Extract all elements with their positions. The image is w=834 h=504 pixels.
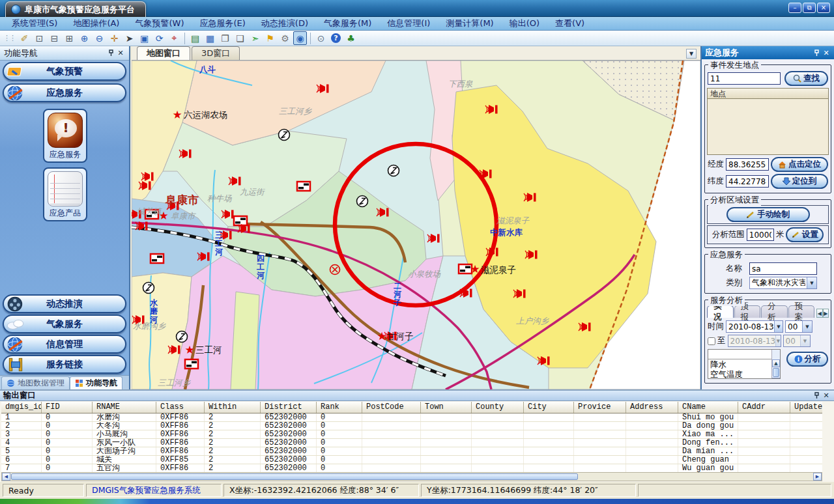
column-header-County[interactable]: County [472, 402, 524, 413]
locate-click-button[interactable]: 点击定位 [771, 157, 828, 172]
measure-icon[interactable]: ✐ [18, 31, 31, 45]
scroll-right-icon[interactable]: ▶ [813, 473, 822, 481]
full-extent-icon[interactable]: ▣ [137, 31, 151, 45]
menu-item-8[interactable]: 输出(O) [502, 16, 547, 31]
date-select[interactable]: 2010-08-13▼ [726, 320, 783, 333]
pointer-icon[interactable]: ➤ [122, 31, 136, 45]
print-icon[interactable]: ❐ [218, 31, 232, 45]
element-listbox[interactable]: 降水空气温度 ▲▼ [708, 349, 781, 379]
column-header-Rank[interactable]: Rank [317, 402, 362, 413]
column-header-PostCode[interactable]: PostCode [362, 402, 421, 413]
globe-tool-icon[interactable]: ◉ [293, 31, 307, 45]
menu-item-4[interactable]: 动态推演(D) [253, 16, 316, 31]
select-polygon-icon[interactable]: ⊞ [63, 31, 76, 45]
menu-item-6[interactable]: 信息管理(I) [379, 16, 438, 31]
column-header-Within[interactable]: Within [205, 402, 261, 413]
to-checkbox[interactable] [708, 337, 715, 345]
table-row[interactable]: 40东风一小队0XFF8626523020000Dong fen... [1, 439, 822, 447]
locate-to-button[interactable]: 定位到 [771, 174, 828, 189]
sidebar-tab-地图数据管理[interactable]: 地图数据管理 [1, 376, 70, 389]
table-row[interactable]: 20大冬沟0XFF8626523020000Da dong gou [1, 422, 822, 430]
close-button[interactable]: × [817, 3, 830, 13]
table-row[interactable]: 70五官沟0XFF8626523020000Wu guan gou [1, 464, 822, 472]
monitoring-station-icon[interactable] [388, 165, 399, 176]
pan-hand-icon[interactable]: ✛ [108, 31, 121, 45]
sidebar-group-动态推演[interactable]: 动态推演 [3, 294, 126, 313]
column-header-Provice[interactable]: Provice [574, 402, 626, 413]
close-icon[interactable]: ✕ [822, 48, 831, 57]
menu-item-0[interactable]: 系统管理(S) [4, 16, 65, 31]
menu-item-1[interactable]: 地图操作(A) [65, 16, 127, 31]
service-type-select[interactable]: 气象和洪水灾害 ▼ [749, 277, 817, 289]
hour-select[interactable]: 00▼ [785, 320, 812, 333]
legend-tree-icon[interactable]: ♣ [344, 31, 358, 45]
column-header-CName[interactable]: CName [678, 402, 738, 413]
export-map-icon[interactable]: ▦ [203, 31, 217, 45]
location-list[interactable] [707, 99, 829, 155]
help-icon[interactable]: ? [329, 31, 343, 45]
hour-to-select[interactable]: 00▼ [783, 335, 811, 347]
close-icon[interactable]: ✕ [822, 391, 831, 400]
layers-icon[interactable]: ▤ [188, 31, 202, 45]
sidebar-group-气象服务[interactable]: 气象服务 [3, 315, 126, 333]
monitoring-station-icon[interactable] [279, 130, 290, 141]
column-header-Update[interactable]: Update [790, 402, 822, 413]
menu-item-2[interactable]: 气象预警(W) [127, 16, 192, 31]
pin-icon[interactable] [812, 391, 822, 400]
menu-item-5[interactable]: 气象服务(M) [316, 16, 379, 31]
analysis-tab-实况[interactable]: 实况 [707, 305, 734, 318]
analysis-tab-分析[interactable]: 分析 [761, 305, 788, 318]
table-row[interactable]: 10水磨沟0XFF8626523020000Shui mo gou [1, 413, 822, 422]
sidebar-group-信息管理[interactable]: 信息管理 [3, 335, 126, 354]
latitude-input[interactable] [726, 175, 769, 188]
table-row[interactable]: 50大面场子沟0XFF8626523020000Da mian ... [1, 447, 822, 456]
analysis-tab-预案[interactable]: 预案 [788, 305, 815, 318]
shelter-flag-icon[interactable] [151, 254, 164, 263]
menu-item-3[interactable]: 应急服务(E) [192, 16, 253, 31]
service-name-input[interactable] [749, 262, 817, 275]
column-header-FID[interactable]: FID [42, 402, 93, 413]
monitoring-station-icon[interactable] [357, 196, 368, 207]
pin-icon[interactable] [107, 49, 116, 58]
table-row[interactable]: 30小马厩沟0XFF8626523020000Xiao ma ... [1, 430, 822, 439]
monitoring-station-icon[interactable] [177, 331, 188, 343]
table-row[interactable]: 60城关0XFF8526523020000Cheng guan [1, 456, 822, 464]
pin-icon[interactable] [812, 48, 822, 57]
zoom-in-icon[interactable]: ⊕ [78, 31, 91, 45]
listbox-scrollbar[interactable]: ▲▼ [771, 350, 780, 378]
restore-button[interactable]: ⧉ [803, 3, 816, 13]
column-header-Address[interactable]: Address [626, 402, 678, 413]
select-rect-icon[interactable]: ⊡ [33, 31, 46, 45]
analysis-tab-预报[interactable]: 预报 [734, 305, 761, 318]
set-button[interactable]: 设置 [786, 227, 824, 242]
close-icon[interactable]: ✕ [116, 49, 125, 58]
find-button[interactable]: 查找 [784, 71, 828, 86]
minimize-button[interactable]: – [788, 3, 801, 13]
date-to-select[interactable]: 2010-08-13▼ [728, 335, 781, 347]
placemark-icon[interactable]: ⚑ [263, 31, 277, 45]
column-header-District[interactable]: District [261, 402, 317, 413]
map-canvas[interactable]: ★★★★★八斗六运湖农场三工河乡下西泉九运街阜康市种牛场城关镇阜康市小泉牧场滋泥… [132, 61, 700, 389]
column-header-CAddr[interactable]: CAddr [738, 402, 790, 413]
shelter-flag-icon[interactable] [185, 359, 198, 369]
menu-item-7[interactable]: 测量计算(M) [438, 16, 501, 31]
shortcut-应急产品[interactable]: 应急产品 [43, 167, 87, 221]
select-arrow-icon[interactable]: ➣ [248, 31, 262, 45]
column-header-RNAME[interactable]: RNAME [93, 402, 156, 413]
eye-icon[interactable]: ⊙ [314, 31, 328, 45]
analyze-button[interactable]: i 分析 [786, 352, 828, 367]
sidebar-tab-功能导航[interactable]: 功能导航 [70, 376, 122, 389]
settings-gear-icon[interactable]: ⚙ [278, 31, 292, 45]
tab-scroll-left-icon[interactable]: ◀ [816, 309, 822, 318]
element-option-降水[interactable]: 降水 [708, 359, 780, 369]
monitoring-station-icon[interactable] [143, 283, 154, 294]
select-circle-icon[interactable]: ⊟ [48, 31, 61, 45]
element-option-空气温度[interactable]: 空气温度 [708, 369, 780, 379]
sidebar-group-气象预警[interactable]: 气象预警 [3, 62, 126, 81]
column-header-dmgis_id[interactable]: dmgis_id [1, 402, 42, 413]
shelter-flag-icon[interactable] [234, 216, 247, 225]
range-input[interactable] [747, 229, 774, 241]
tab-3d-window[interactable]: 3D窗口 [192, 46, 240, 60]
zoom-out-icon[interactable]: ⊖ [93, 31, 106, 45]
toolbar-grip[interactable]: ⋮⋮ [3, 34, 15, 42]
